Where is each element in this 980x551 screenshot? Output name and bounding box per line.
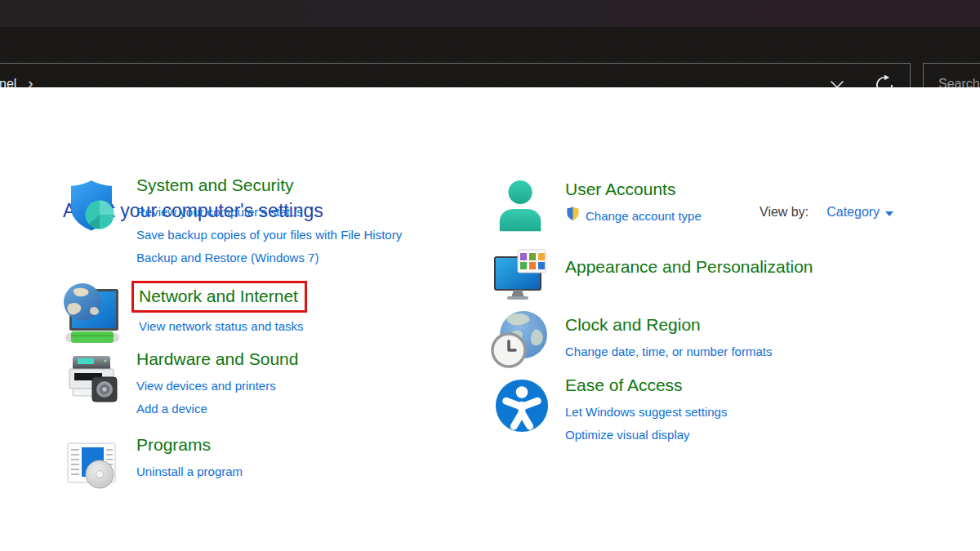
shield-pie-icon[interactable] — [62, 176, 121, 238]
task-link[interactable]: Add a device — [136, 398, 298, 420]
category-clock-region: Clock and Region Change date, time, or n… — [565, 314, 772, 363]
task-link[interactable]: Uninstall a program — [136, 460, 243, 483]
category-network-internet: Network and Internet View network status… — [139, 281, 307, 338]
category-title[interactable]: Clock and Region — [565, 314, 701, 335]
task-link[interactable]: View devices and printers — [136, 375, 298, 398]
user-icon[interactable] — [493, 175, 550, 242]
category-system-security: System and Security Review your computer… — [136, 175, 402, 269]
network-monitor-icon[interactable] — [60, 282, 124, 349]
view-by-control: View by: Category — [760, 205, 893, 220]
highlight-box: Network and Internet — [131, 281, 307, 313]
category-programs: Programs Uninstall a program — [136, 434, 243, 483]
task-link-label[interactable]: Change account type — [586, 205, 702, 228]
category-title[interactable]: Network and Internet — [139, 286, 298, 307]
category-title[interactable]: Appearance and Personalization — [565, 256, 813, 278]
category-title[interactable]: Programs — [136, 434, 211, 455]
category-title[interactable]: Ease of Access — [565, 375, 683, 396]
monitor-tiles-icon[interactable] — [492, 247, 550, 306]
view-by-value[interactable]: Category — [826, 205, 880, 220]
task-link[interactable]: View network status and tasks — [139, 315, 307, 338]
globe-clock-icon[interactable] — [490, 309, 550, 373]
category-ease-of-access: Ease of Access Let Windows suggest setti… — [565, 375, 727, 447]
view-by-dropdown[interactable]: Category — [826, 205, 893, 220]
task-link[interactable]: Save backup copies of your files with Fi… — [136, 224, 402, 247]
task-link[interactable]: Change account type — [565, 205, 702, 228]
explorer-toolbar: nel › — [0, 27, 980, 87]
category-user-accounts: User Accounts Change account type — [565, 179, 702, 228]
task-link[interactable]: Let Windows suggest settings — [565, 401, 727, 424]
program-cd-icon[interactable] — [63, 437, 122, 499]
control-panel-home: Adjust your computer's settings View by:… — [0, 87, 980, 551]
window-titlebar — [0, 0, 980, 27]
accessibility-icon[interactable] — [493, 377, 550, 438]
category-appearance: Appearance and Personalization — [565, 256, 813, 282]
category-hardware-sound: Hardware and Sound View devices and prin… — [136, 349, 298, 420]
task-link[interactable]: Change date, time, or number formats — [565, 340, 772, 363]
control-panel-window: nel › Adjust your computer's settings — [0, 0, 980, 551]
view-by-label: View by: — [760, 205, 808, 220]
uac-shield-icon — [565, 206, 581, 229]
category-title[interactable]: System and Security — [136, 175, 294, 196]
printer-speaker-icon[interactable] — [63, 351, 122, 413]
task-link[interactable]: Backup and Restore (Windows 7) — [136, 247, 402, 269]
task-link[interactable]: Optimize visual display — [565, 424, 727, 447]
category-title[interactable]: User Accounts — [565, 179, 675, 200]
caret-down-icon — [885, 211, 893, 216]
category-title[interactable]: Hardware and Sound — [136, 349, 298, 370]
task-link[interactable]: Review your computer's status — [136, 201, 402, 224]
